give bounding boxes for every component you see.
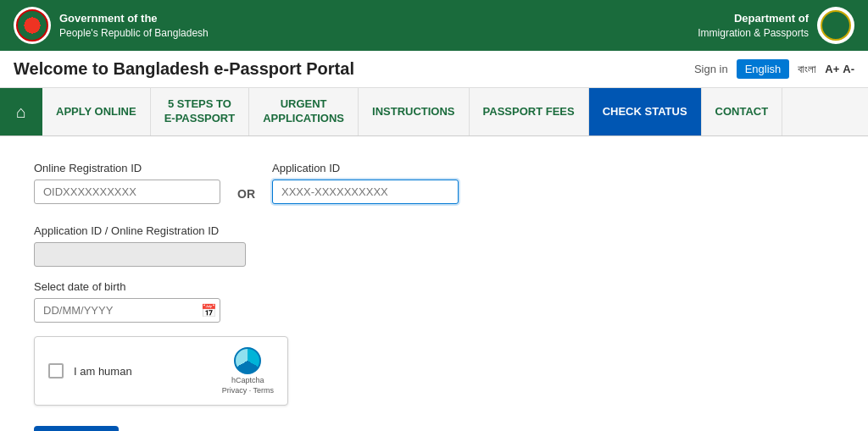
captcha-left: I am human [48,363,132,379]
portal-bar: Welcome to Bangladesh e-Passport Portal … [0,51,868,88]
online-reg-group: Online Registration ID [34,162,220,204]
dob-input[interactable] [35,299,194,322]
header-right: Department of Immigration & Passports [698,7,854,44]
app-id-online-input[interactable] [34,242,246,267]
english-lang-button[interactable]: English [737,59,790,79]
calendar-icon[interactable]: 📅 [194,303,224,318]
gov-logo [14,7,51,44]
dept-text: Department of Immigration & Passports [698,11,809,41]
nav-item-instructions[interactable]: INSTRUCTIONS [359,88,470,135]
nav-item-check-status[interactable]: CHECK STATUS [589,88,702,135]
captcha-label: I am human [74,365,132,378]
top-header: Government of the People's Republic of B… [0,0,868,51]
dept-line1: Department of [698,11,809,26]
app-id-online-label: Application ID / Online Registration ID [34,224,644,237]
home-icon: ⌂ [16,102,26,122]
nav-item-apply-online[interactable]: APPLY ONLINE [42,88,151,135]
app-id-online-group: Application ID / Online Registration ID [34,224,644,267]
app-id-label: Application ID [272,162,459,174]
font-increase-button[interactable]: A+ [825,63,839,75]
gov-line2: People's Republic of Bangladesh [59,27,209,39]
content-area: Online Registration ID OR Application ID… [0,136,678,431]
gov-emblem [16,9,48,41]
main-nav: ⌂ APPLY ONLINE 5 STEPS TOe-PASSPORT URGE… [0,88,868,136]
nav-label-urgent: URGENTAPPLICATIONS [263,97,344,126]
bangla-lang-button[interactable]: বাংলা [798,63,816,76]
nav-item-passport-fees[interactable]: PASSPORT FEES [470,88,589,135]
dob-label: Select date of birth [34,280,644,293]
nav-item-urgent[interactable]: URGENTAPPLICATIONS [249,88,359,135]
nav-home-button[interactable]: ⌂ [0,88,42,135]
dob-input-wrapper: 📅 [34,298,220,323]
nav-label-apply-online: APPLY ONLINE [56,105,136,119]
portal-bar-right: Sign in English বাংলা A+ A- [694,59,854,79]
dept-logo [817,7,854,44]
gov-text: Government of the People's Republic of B… [59,11,209,41]
nav-label-passport-fees: PASSPORT FEES [483,105,575,119]
font-size-controls: A+ A- [825,63,854,75]
font-decrease-button[interactable]: A- [843,63,854,75]
captcha-brand: hCaptcha [231,376,264,384]
online-reg-input[interactable] [34,180,220,204]
nav-label-instructions: INSTRUCTIONS [372,105,455,119]
form-top-row: Online Registration ID OR Application ID [34,162,644,204]
nav-label-check-status: CHECK STATUS [603,105,687,119]
captcha-privacy: Privacy · Terms [222,386,274,395]
dob-group: Select date of birth 📅 [34,280,644,323]
nav-item-5-steps[interactable]: 5 STEPS TOe-PASSPORT [151,88,250,135]
check-button[interactable]: Check [34,426,119,431]
captcha-checkbox[interactable] [48,363,64,379]
online-reg-label: Online Registration ID [34,162,220,174]
nav-label-5-steps: 5 STEPS TOe-PASSPORT [164,97,236,126]
captcha-box: I am human hCaptcha Privacy · Terms [34,336,288,406]
nav-item-contact[interactable]: CONTACT [702,88,783,135]
header-left: Government of the People's Republic of B… [14,7,209,44]
form-bottom-section: Application ID / Online Registration ID … [34,224,644,431]
portal-title: Welcome to Bangladesh e-Passport Portal [14,59,354,79]
captcha-logo-circle [234,347,261,374]
dept-emblem [821,10,851,41]
app-id-group: Application ID [272,162,459,204]
app-id-input[interactable] [272,180,459,204]
or-label: OR [237,187,255,201]
sign-in-link[interactable]: Sign in [694,63,728,75]
gov-line1: Government of the [59,11,209,26]
nav-label-contact: CONTACT [715,105,769,119]
dept-line2: Immigration & Passports [698,27,809,39]
captcha-logo: hCaptcha Privacy · Terms [222,347,274,395]
